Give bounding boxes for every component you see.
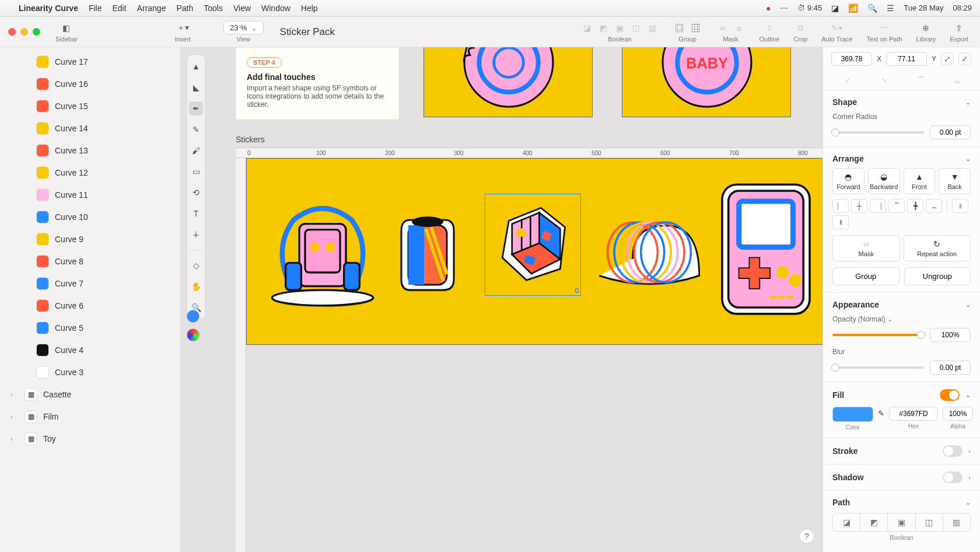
layer-item[interactable]: Curve 17: [5, 51, 176, 73]
path-exclude[interactable]: ◫: [916, 513, 943, 531]
ungroup-action-button[interactable]: Ungroup: [904, 267, 971, 285]
artboard-top-1[interactable]: [424, 47, 593, 117]
spotlight-icon[interactable]: 🔍: [867, 4, 877, 13]
ungroup-button[interactable]: ⿶: [690, 22, 702, 34]
group-button[interactable]: ⿴: [673, 22, 686, 34]
front-button[interactable]: ▲Front: [904, 168, 936, 194]
layer-group[interactable]: ›▦Toy: [5, 428, 176, 450]
layer-item[interactable]: Curve 4: [5, 339, 176, 361]
confirm-button[interactable]: ✓: [958, 53, 971, 65]
minimize-button[interactable]: [20, 28, 28, 36]
boolean-exclude-button[interactable]: ◫: [630, 22, 643, 34]
menu-tools[interactable]: Tools: [204, 4, 223, 13]
path-subtract[interactable]: ◩: [860, 513, 888, 531]
edit-path-button[interactable]: ⤢: [941, 53, 954, 65]
pen-tool[interactable]: ✒: [189, 102, 203, 116]
opacity-input[interactable]: [930, 328, 971, 342]
chevron-down-icon[interactable]: ⌄: [965, 301, 971, 309]
lasso-tool[interactable]: ⟲: [189, 186, 203, 200]
autotrace-button[interactable]: ✎▾: [831, 22, 844, 34]
back-button[interactable]: ▼Back: [939, 168, 971, 194]
layer-group[interactable]: ›▦Film: [5, 406, 176, 428]
anchor-tool[interactable]: ∔: [189, 228, 203, 242]
wifi-icon[interactable]: 📶: [848, 4, 858, 13]
crop-button[interactable]: ⧉: [794, 22, 807, 34]
layer-item[interactable]: Curve 6: [5, 295, 176, 317]
outline-button[interactable]: ◊: [763, 22, 776, 34]
chevron-down-icon[interactable]: ⌄: [965, 499, 971, 506]
menu-view[interactable]: View: [233, 4, 251, 13]
boolean-intersect-button[interactable]: ▣: [614, 22, 626, 34]
boolean-subtract-button[interactable]: ◩: [597, 22, 610, 34]
boolean-union-button[interactable]: ◪: [581, 22, 594, 34]
align-vcenter[interactable]: ╋: [907, 199, 923, 213]
menu-path[interactable]: Path: [176, 4, 193, 13]
unmask-button[interactable]: ⌀: [733, 22, 746, 34]
align-hcenter[interactable]: ┼: [851, 199, 867, 213]
insert-button[interactable]: ＋▾: [176, 22, 189, 34]
layer-item[interactable]: Curve 3: [5, 361, 176, 383]
menu-help[interactable]: Help: [301, 4, 318, 13]
stickers-artboard[interactable]: G: [246, 158, 822, 345]
layer-item[interactable]: Curve 14: [5, 117, 176, 139]
distribute-h[interactable]: ⫴: [952, 199, 968, 213]
chevron-down-icon[interactable]: ⌄: [965, 392, 971, 399]
layer-item[interactable]: Curve 11: [5, 184, 176, 206]
menu-window[interactable]: Window: [261, 4, 290, 13]
sticker-gameboy[interactable]: [713, 176, 818, 322]
distribute-v[interactable]: ⫵: [832, 215, 849, 229]
align-bottom[interactable]: ⎽: [926, 199, 942, 213]
export-button[interactable]: ⇪: [953, 22, 965, 34]
sidebar-toggle-button[interactable]: ◧: [60, 22, 73, 34]
layer-item[interactable]: Curve 9: [5, 228, 176, 250]
eraser-tool[interactable]: ◇: [189, 258, 203, 272]
blur-slider[interactable]: [832, 366, 924, 369]
close-button[interactable]: [8, 28, 16, 36]
control-center-icon[interactable]: ☰: [887, 4, 894, 13]
text-tool[interactable]: T: [189, 207, 203, 221]
battery-icon[interactable]: ◪: [831, 4, 839, 13]
direct-select-tool[interactable]: ◣: [189, 81, 203, 95]
pencil-tool[interactable]: ✎: [189, 123, 203, 137]
mask-button[interactable]: ∞: [716, 22, 729, 34]
layer-item[interactable]: Curve 7: [5, 272, 176, 295]
blur-input[interactable]: [930, 361, 971, 375]
layer-item[interactable]: Curve 8: [5, 250, 176, 272]
layer-item[interactable]: Curve 10: [5, 206, 176, 228]
menu-file[interactable]: File: [89, 4, 102, 13]
artboard-top-2[interactable]: BABY: [622, 47, 791, 117]
path-intersect[interactable]: ▣: [888, 513, 915, 531]
sticker-rubik[interactable]: [485, 194, 581, 296]
canvas[interactable]: STEP 4 Add final touches Import a heart …: [214, 47, 822, 552]
backward-button[interactable]: ◒Backward: [868, 168, 900, 194]
corner-radius-input[interactable]: [930, 125, 971, 139]
alpha-input[interactable]: [943, 407, 973, 421]
repeat-action[interactable]: ↻Repeat action: [904, 235, 971, 261]
fill-toggle[interactable]: [940, 389, 960, 401]
stroke-toggle[interactable]: [943, 445, 963, 457]
opacity-label[interactable]: Opacity (Normal): [832, 315, 886, 323]
overflow-icon[interactable]: ⋯: [780, 4, 788, 13]
node-type-2[interactable]: ⟍: [881, 76, 888, 85]
path-union[interactable]: ◪: [833, 513, 860, 531]
sticker-walkman[interactable]: [264, 188, 381, 310]
hand-tool[interactable]: ✋: [189, 280, 203, 294]
sticker-battery[interactable]: [393, 211, 463, 299]
chevron-right-icon[interactable]: ›: [968, 448, 971, 455]
hex-input[interactable]: [889, 407, 938, 421]
chevron-down-icon[interactable]: ⌄: [965, 99, 971, 106]
timer-display[interactable]: ⏱ 9:45: [797, 4, 822, 12]
layer-item[interactable]: Curve 12: [5, 162, 176, 184]
layer-item[interactable]: Curve 15: [5, 95, 176, 117]
menu-edit[interactable]: Edit: [113, 4, 127, 13]
group-action-button[interactable]: Group: [832, 267, 900, 285]
select-tool[interactable]: ▲: [189, 60, 203, 74]
align-left[interactable]: ⎸: [832, 199, 849, 213]
app-name[interactable]: Linearity Curve: [19, 4, 78, 13]
layer-group[interactable]: ›▦Casette: [5, 383, 176, 406]
forward-button[interactable]: ◓Forward: [832, 168, 864, 194]
menubar-date[interactable]: Tue 28 May: [904, 4, 943, 12]
brush-tool[interactable]: 🖌: [189, 144, 203, 158]
fill-color-swatch[interactable]: [832, 407, 873, 422]
align-top[interactable]: ⎺: [888, 199, 905, 213]
